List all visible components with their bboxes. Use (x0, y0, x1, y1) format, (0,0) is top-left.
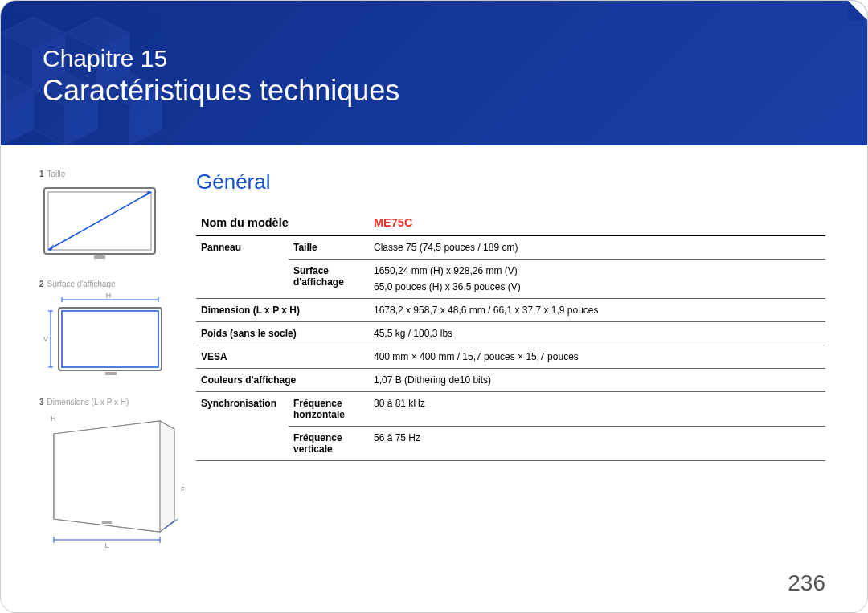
illustration-size: 1 Taille (39, 170, 172, 265)
model-label: Nom du modèle (196, 210, 369, 236)
surface-label: Surface d'affichage (289, 260, 369, 299)
illus-num: 2 (39, 280, 44, 288)
illus-label: Taille (47, 170, 66, 178)
surface-value: 1650,24 mm (H) x 928,26 mm (V) 65,0 pouc… (369, 260, 825, 299)
spec-table: Nom du modèle ME75C Panneau Taille Class… (196, 210, 825, 461)
header-corner-fold (848, 1, 867, 20)
svg-line-2 (48, 192, 151, 250)
diagonal-size-figure (39, 183, 160, 264)
chapter-label: Chapitre 15 (43, 45, 399, 72)
table-row: Couleurs d'affichage 1,07 B (Dithering d… (196, 369, 825, 392)
table-row: Poids (sans le socle) 45,5 kg / 100,3 lb… (196, 322, 825, 345)
colors-label: Couleurs d'affichage (196, 369, 369, 392)
hfreq-label: Fréquence horizontale (289, 392, 369, 427)
sync-label: Synchronisation (196, 392, 289, 461)
page-number: 236 (788, 570, 825, 596)
panel-label: Panneau (196, 236, 289, 299)
fig-h-label: H (51, 415, 56, 423)
svg-rect-5 (94, 255, 105, 259)
svg-rect-12 (59, 308, 162, 370)
vfreq-value: 56 à 75 Hz (369, 427, 825, 461)
size-label: Taille (289, 236, 369, 260)
fig-p-label: P (181, 485, 184, 493)
illustrations-column: 1 Taille 2 Surface d'affichage (39, 170, 172, 564)
vfreq-label: Fréquence verticale (289, 427, 369, 461)
table-row: VESA 400 mm × 400 mm / 15,7 pouces × 15,… (196, 345, 825, 369)
page: Chapitre 15 Caractéristiques techniques … (0, 0, 868, 613)
illus-label: Surface d'affichage (47, 280, 116, 288)
svg-marker-16 (54, 421, 160, 532)
svg-rect-14 (105, 372, 117, 375)
table-row: Dimension (L x P x H) 1678,2 x 958,7 x 4… (196, 299, 825, 322)
illus-num: 1 (39, 170, 44, 178)
svg-rect-13 (62, 311, 158, 367)
illustration-display-area: 2 Surface d'affichage H V (39, 280, 172, 383)
dimension-value: 1678,2 x 958,7 x 48,6 mm / 66,1 x 37,7 x… (369, 299, 825, 322)
dimension-label: Dimension (L x P x H) (196, 299, 369, 322)
vesa-value: 400 mm × 400 mm / 15,7 pouces × 15,7 pou… (369, 345, 825, 369)
illus-num: 3 (39, 398, 44, 407)
illustration-dimensions: 3 Dimensions (L x P x H) H (39, 398, 172, 550)
svg-rect-19 (102, 521, 112, 524)
fig-l-label: L (104, 541, 108, 548)
table-row: Fréquence verticale 56 à 75 Hz (196, 427, 825, 461)
table-row: Surface d'affichage 1650,24 mm (H) x 928… (196, 260, 825, 299)
vesa-label: VESA (196, 345, 369, 369)
fig-v-label: V (43, 335, 48, 343)
hfreq-value: 30 à 81 kHz (369, 392, 825, 427)
size-value: Classe 75 (74,5 pouces / 189 cm) (369, 236, 825, 260)
illus-label: Dimensions (L x P x H) (47, 398, 129, 407)
fig-h-label: H (106, 293, 112, 300)
section-title: Général (196, 170, 825, 194)
display-area-figure: H V (39, 293, 164, 382)
table-row: Panneau Taille Classe 75 (74,5 pouces / … (196, 236, 825, 260)
page-header: Chapitre 15 Caractéristiques techniques (1, 1, 867, 145)
spec-main: Général Nom du modèle ME75C Panneau Tail… (196, 170, 825, 564)
table-row: Synchronisation Fréquence horizontale 30… (196, 392, 825, 427)
weight-label: Poids (sans le socle) (196, 322, 369, 345)
weight-value: 45,5 kg / 100,3 lbs (369, 322, 825, 345)
model-value: ME75C (369, 210, 825, 236)
chapter-title: Caractéristiques techniques (43, 74, 399, 108)
dimensions-figure: H L P (39, 411, 184, 548)
colors-value: 1,07 B (Dithering de10 bits) (369, 369, 825, 392)
